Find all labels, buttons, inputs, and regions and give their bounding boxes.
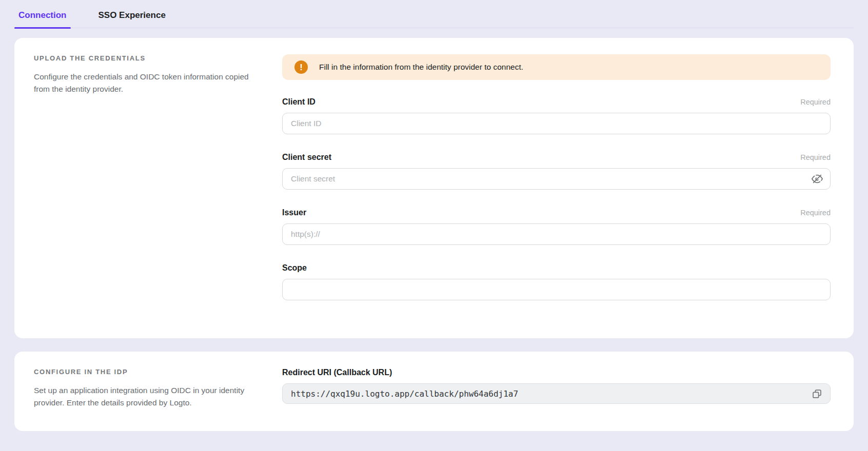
issuer-required-badge: Required <box>800 209 831 217</box>
field-redirect-uri: Redirect URI (Callback URL) https://qxq1… <box>282 368 831 404</box>
tab-sso-experience[interactable]: SSO Experience <box>94 7 170 28</box>
client-secret-input-shell <box>282 168 831 190</box>
tab-connection-label: Connection <box>18 10 67 20</box>
client-id-label: Client ID <box>282 97 315 107</box>
field-scope: Scope <box>282 263 831 300</box>
redirect-uri-label: Redirect URI (Callback URL) <box>282 368 392 377</box>
issuer-label: Issuer <box>282 208 306 217</box>
credentials-section-title: UPLOAD THE CREDENTIALS <box>34 54 257 62</box>
field-scope-head: Scope <box>282 263 831 273</box>
copy-button[interactable] <box>810 386 824 401</box>
client-secret-required-badge: Required <box>800 153 831 161</box>
idp-section-title: CONFIGURE IN THE IDP <box>34 368 257 376</box>
client-secret-label: Client secret <box>282 153 331 162</box>
credentials-section-description: Configure the credentials and OIDC token… <box>34 71 252 96</box>
credentials-card: UPLOAD THE CREDENTIALS Configure the cre… <box>14 38 854 338</box>
eye-off-icon <box>812 173 823 184</box>
tab-connection[interactable]: Connection <box>14 7 71 28</box>
credentials-form-column: Fill in the information from the identit… <box>282 54 831 300</box>
alert-banner: Fill in the information from the identit… <box>282 54 831 80</box>
scope-label: Scope <box>282 263 307 273</box>
issuer-input-shell <box>282 223 831 245</box>
field-issuer: Issuer Required <box>282 208 831 245</box>
field-client-id-head: Client ID Required <box>282 97 831 107</box>
field-client-secret: Client secret Required <box>282 153 831 190</box>
redirect-uri-box: https://qxq19u.logto.app/callback/phw64a… <box>282 383 831 404</box>
tab-bar: Connection SSO Experience <box>14 0 854 28</box>
client-secret-input[interactable] <box>282 168 831 190</box>
field-redirect-uri-head: Redirect URI (Callback URL) <box>282 368 831 377</box>
idp-form-column: Redirect URI (Callback URL) https://qxq1… <box>282 368 831 409</box>
field-client-id: Client ID Required <box>282 97 831 134</box>
field-client-secret-head: Client secret Required <box>282 153 831 162</box>
alert-circle-icon <box>294 60 308 74</box>
client-id-input-shell <box>282 113 831 134</box>
idp-card-description-column: CONFIGURE IN THE IDP Set up an applicati… <box>34 368 257 409</box>
scope-input[interactable] <box>282 279 831 300</box>
scope-input-shell <box>282 279 831 300</box>
redirect-uri-value: https://qxq19u.logto.app/callback/phw64a… <box>291 389 518 399</box>
issuer-input[interactable] <box>282 223 831 245</box>
idp-section-description: Set up an application integration using … <box>34 384 252 409</box>
field-issuer-head: Issuer Required <box>282 208 831 217</box>
idp-card: CONFIGURE IN THE IDP Set up an applicati… <box>14 352 854 431</box>
sso-connector-settings-page: Connection SSO Experience UPLOAD THE CRE… <box>0 0 868 451</box>
client-id-required-badge: Required <box>800 98 831 106</box>
copy-icon <box>812 388 822 399</box>
tab-sso-experience-label: SSO Experience <box>98 10 166 20</box>
alert-text: Fill in the information from the identit… <box>319 63 523 72</box>
toggle-secret-visibility-button[interactable] <box>810 172 824 186</box>
client-id-input[interactable] <box>282 113 831 134</box>
credentials-card-description-column: UPLOAD THE CREDENTIALS Configure the cre… <box>34 54 257 300</box>
